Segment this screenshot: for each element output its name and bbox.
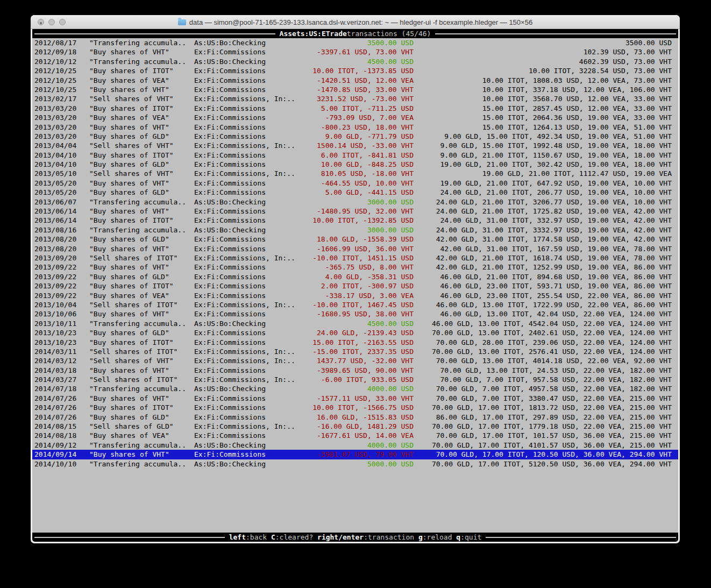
- transaction-row[interactable]: 2013/06/14"Buy shares of ITOT"Ex:Fi:Comm…: [32, 216, 678, 225]
- transaction-row[interactable]: 2014/07/18"Transfering accumula..As:US:B…: [32, 384, 678, 393]
- txn-date: 2012/10/25: [34, 76, 76, 85]
- txn-change-amount: 6.00 ITOT, -841.81 USD: [321, 151, 414, 160]
- txn-change-amount: -365.75 USD, 8.00 VHT: [325, 263, 414, 272]
- txn-change-amount: -1420.51 USD, 12.00 VEA: [317, 76, 414, 85]
- txn-description: "Buy shares of VHT": [89, 207, 169, 216]
- txn-other-accounts: Ex:Fi:Commissions: [194, 235, 266, 244]
- txn-other-accounts: Ex:Fi:Commissions: [194, 188, 266, 197]
- txn-other-accounts: As:US:Bo:Checking: [194, 384, 266, 393]
- txn-other-accounts: Ex:Fi:Commissions: [194, 431, 266, 440]
- transaction-row[interactable]: 2012/10/12"Transfering accumula..As:US:B…: [32, 57, 678, 66]
- txn-running-balance: 46.00 GLD, 13.00 ITOT, 4542.04 USD, 22.0…: [432, 319, 672, 328]
- transaction-row[interactable]: 2013/08/16"Transfering accumula..As:US:B…: [32, 225, 678, 235]
- transaction-row[interactable]: 2012/10/25"Buy shares of ITOT"Ex:Fi:Comm…: [32, 66, 678, 75]
- txn-running-balance: 70.00 GLD, 13.00 ITOT, 2576.41 USD, 22.0…: [432, 347, 672, 356]
- transaction-row[interactable]: 2014/09/12"Transfering accumula..As:US:B…: [32, 441, 678, 450]
- txn-running-balance: 70.00 GLD, 7.00 ITOT, 957.58 USD, 22.00 …: [440, 375, 672, 384]
- transaction-row-selected[interactable]: 2014/09/14"Buy shares of VHT"Ex:Fi:Commi…: [32, 450, 678, 459]
- txn-change-amount: 1437.77 USD, -32.00 VHT: [317, 356, 414, 365]
- footer-key-description: :quit: [460, 533, 481, 541]
- txn-other-accounts: Ex:Fi:Commissions: [194, 132, 266, 141]
- txn-description: "Sell shares of VHT": [89, 141, 174, 150]
- transaction-row[interactable]: 2012/10/25"Buy shares of VEA"Ex:Fi:Commi…: [32, 76, 678, 85]
- txn-running-balance: 86.00 GLD, 17.00 ITOT, 297.89 USD, 22.00…: [436, 413, 672, 422]
- transaction-row[interactable]: 2014/08/15"Sell shares of GLD"Ex:Fi:Comm…: [32, 422, 678, 431]
- txn-description: "Buy shares of GLD": [89, 272, 169, 281]
- txn-date: 2014/07/26: [34, 394, 76, 403]
- transaction-row[interactable]: 2013/03/20"Buy shares of ITOT"Ex:Fi:Comm…: [32, 104, 678, 113]
- transaction-row[interactable]: 2014/07/26"Buy shares of GLD"Ex:Fi:Commi…: [32, 413, 678, 422]
- transaction-row[interactable]: 2013/09/22"Buy shares of VHT"Ex:Fi:Commi…: [32, 263, 678, 272]
- txn-running-balance: 70.00 GLD, 28.00 ITOT, 239.06 USD, 22.00…: [436, 338, 672, 347]
- txn-running-balance: 10.00 ITOT, 3568.70 USD, 12.00 VEA, 33.0…: [482, 94, 672, 103]
- window-titlebar[interactable]: data — simon@pool-71-165-239-133.lsanca.…: [31, 15, 680, 29]
- footer-key: right/enter: [317, 533, 364, 541]
- txn-change-amount: 1500.14 USD, -33.00 VHT: [317, 141, 414, 150]
- txn-description: "Buy shares of VHT": [89, 123, 169, 132]
- txn-date: 2012/08/17: [34, 38, 76, 47]
- transaction-row[interactable]: 2013/04/10"Buy shares of ITOT"Ex:Fi:Comm…: [32, 151, 678, 160]
- transaction-row[interactable]: 2013/10/11"Transfering accumula..As:US:B…: [32, 319, 678, 328]
- transaction-row[interactable]: 2013/10/06"Buy shares of VHT"Ex:Fi:Commi…: [32, 309, 678, 318]
- traffic-light-buttons: [38, 19, 66, 25]
- txn-date: 2014/03/11: [34, 347, 76, 356]
- txn-other-accounts: As:US:Bo:Checking: [194, 441, 266, 450]
- transaction-row[interactable]: 2013/10/23"Buy shares of ITOT"Ex:Fi:Comm…: [32, 338, 678, 347]
- txn-date: 2013/08/20: [34, 244, 76, 253]
- transaction-row[interactable]: 2014/03/18"Buy shares of VHT"Ex:Fi:Commi…: [32, 366, 678, 375]
- transaction-row[interactable]: 2014/08/18"Buy shares of VEA"Ex:Fi:Commi…: [32, 431, 678, 440]
- transaction-row[interactable]: 2013/09/22"Buy shares of GLD"Ex:Fi:Commi…: [32, 272, 678, 281]
- txn-description: "Sell shares of ITOT": [89, 253, 177, 263]
- txn-date: 2013/10/11: [34, 319, 76, 328]
- transaction-row[interactable]: 2013/09/20"Sell shares of ITOT"Ex:Fi:Com…: [32, 253, 678, 263]
- transaction-row[interactable]: 2012/08/17"Transfering accumula..As:US:B…: [32, 38, 678, 47]
- txn-date: 2013/03/20: [34, 123, 76, 132]
- txn-description: "Transfering accumula..: [89, 38, 186, 47]
- transaction-row[interactable]: 2013/06/07"Transfering accumula..As:US:B…: [32, 197, 678, 207]
- txn-running-balance: 42.00 GLD, 31.00 ITOT, 1774.58 USD, 19.0…: [436, 235, 672, 244]
- close-button[interactable]: [38, 19, 44, 25]
- transaction-row[interactable]: 2013/03/20"Buy shares of VEA"Ex:Fi:Commi…: [32, 113, 678, 122]
- txn-change-amount: -1680.95 USD, 38.00 VHT: [317, 309, 414, 318]
- transaction-row[interactable]: 2014/07/26"Buy shares of VHT"Ex:Fi:Commi…: [32, 394, 678, 403]
- txn-description: "Transfering accumula..: [89, 459, 186, 469]
- minimize-button[interactable]: [48, 19, 55, 25]
- transaction-row[interactable]: 2013/03/20"Buy shares of VHT"Ex:Fi:Commi…: [32, 123, 678, 132]
- txn-running-balance: 15.00 ITOT, 2064.36 USD, 19.00 VEA, 33.0…: [482, 113, 672, 122]
- txn-description: "Sell shares of ITOT": [89, 347, 177, 356]
- transaction-row[interactable]: 2013/04/04"Sell shares of VHT"Ex:Fi:Comm…: [32, 141, 678, 150]
- transaction-row[interactable]: 2013/10/23"Buy shares of GLD"Ex:Fi:Commi…: [32, 328, 678, 337]
- transaction-row[interactable]: 2013/04/10"Buy shares of GLD"Ex:Fi:Commi…: [32, 160, 678, 169]
- transaction-row[interactable]: 2014/07/26"Buy shares of ITOT"Ex:Fi:Comm…: [32, 403, 678, 412]
- transaction-row[interactable]: 2013/06/14"Buy shares of VHT"Ex:Fi:Commi…: [32, 207, 678, 216]
- txn-other-accounts: Ex:Fi:Commissions, In:..: [194, 375, 295, 384]
- transaction-row[interactable]: 2013/03/20"Buy shares of GLD"Ex:Fi:Commi…: [32, 132, 678, 141]
- transaction-row[interactable]: 2013/02/17"Sell shares of VHT"Ex:Fi:Comm…: [32, 94, 678, 103]
- transaction-row[interactable]: 2013/08/20"Buy shares of VHT"Ex:Fi:Commi…: [32, 244, 678, 253]
- footer-key-description: :cleared?: [275, 533, 317, 541]
- transaction-row[interactable]: 2012/10/25"Buy shares of VHT"Ex:Fi:Commi…: [32, 85, 678, 94]
- txn-running-balance: 3500.00 USD: [625, 38, 672, 47]
- txn-running-balance: 70.00 GLD, 13.00 ITOT, 24.53 USD, 22.00 …: [440, 366, 672, 375]
- transaction-row[interactable]: 2014/03/27"Sell shares of ITOT"Ex:Fi:Com…: [32, 375, 678, 384]
- transaction-row[interactable]: 2014/03/11"Sell shares of ITOT"Ex:Fi:Com…: [32, 347, 678, 356]
- txn-change-amount: -1677.61 USD, 14.00 VEA: [317, 431, 414, 440]
- txn-change-amount: 4000.00 USD: [367, 384, 414, 393]
- txn-description: "Transfering accumula..: [89, 197, 186, 207]
- transaction-row[interactable]: 2013/05/20"Buy shares of GLD"Ex:Fi:Commi…: [32, 188, 678, 197]
- transaction-row[interactable]: 2013/09/22"Buy shares of VEA"Ex:Fi:Commi…: [32, 291, 678, 300]
- transaction-row[interactable]: 2013/05/10"Sell shares of VHT"Ex:Fi:Comm…: [32, 169, 678, 178]
- transaction-row[interactable]: 2013/09/22"Buy shares of ITOT"Ex:Fi:Comm…: [32, 281, 678, 291]
- transaction-row[interactable]: 2014/03/12"Sell shares of VHT"Ex:Fi:Comm…: [32, 356, 678, 365]
- txn-running-balance: 70.00 GLD, 17.00 ITOT, 1779.18 USD, 22.0…: [432, 422, 672, 431]
- transaction-row[interactable]: 2013/08/20"Buy shares of GLD"Ex:Fi:Commi…: [32, 235, 678, 244]
- transaction-row[interactable]: 2013/05/20"Buy shares of VHT"Ex:Fi:Commi…: [32, 179, 678, 188]
- transaction-row[interactable]: 2014/10/10"Transfering accumula..As:US:B…: [32, 459, 678, 469]
- txn-description: "Sell shares of VHT": [89, 94, 174, 103]
- txn-other-accounts: Ex:Fi:Commissions: [194, 160, 266, 169]
- txn-running-balance: 24.00 GLD, 21.00 ITOT, 1725.82 USD, 19.0…: [436, 207, 672, 216]
- transaction-row[interactable]: 2013/10/04"Sell shares of ITOT"Ex:Fi:Com…: [32, 300, 678, 309]
- zoom-button[interactable]: [59, 19, 66, 25]
- txn-other-accounts: Ex:Fi:Commissions, In:..: [194, 253, 295, 263]
- transaction-row[interactable]: 2012/09/18"Buy shares of VHT"Ex:Fi:Commi…: [32, 47, 678, 56]
